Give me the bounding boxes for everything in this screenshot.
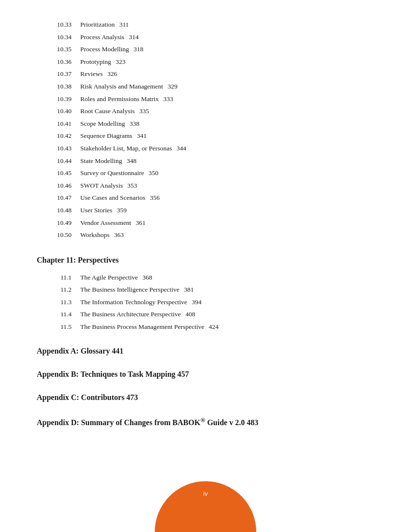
entry-page-10-35: 318 <box>132 45 144 53</box>
page-content: 10.33 Prioritization 311 10.34 Process A… <box>0 0 411 489</box>
entry-number-10-33: 10.33 <box>37 19 80 30</box>
entry-number-10-42: 10.42 <box>37 131 80 141</box>
entry-page-10-37: 326 <box>106 70 117 77</box>
entry-number-10-44: 10.44 <box>37 156 80 166</box>
entry-number-10-50: 10.50 <box>37 230 80 240</box>
entry-number-10-38: 10.38 <box>37 81 80 92</box>
entry-number-10-39: 10.39 <box>37 94 80 104</box>
entry-number-11-4: 11.4 <box>37 309 80 320</box>
toc-entry-10-44: 10.44 State Modelling 348 <box>37 156 374 166</box>
toc-entry-10-34: 10.34 Process Analysis 314 <box>37 32 374 43</box>
appendices-section: Appendix A: Glossary 441 Appendix B: Tec… <box>37 347 374 427</box>
entry-title-11-1: The Agile Perspective 368 <box>80 272 152 283</box>
entry-number-10-36: 10.36 <box>37 57 80 67</box>
entry-page-11-1: 368 <box>141 274 152 281</box>
entry-page-10-42: 341 <box>135 132 147 139</box>
entry-title-10-46: SWOT Analysis 353 <box>80 180 137 191</box>
entry-number-10-41: 10.41 <box>37 118 80 129</box>
entry-page-10-36: 323 <box>114 58 126 65</box>
entry-page-10-40: 335 <box>138 107 149 115</box>
entry-page-10-47: 356 <box>148 194 160 201</box>
toc-entry-10-47: 10.47 Use Cases and Scenarios 356 <box>37 192 374 203</box>
appendix-a-heading: Appendix A: Glossary 441 <box>37 347 374 355</box>
entry-page-10-38: 329 <box>166 83 177 90</box>
entry-page-10-33: 311 <box>117 21 129 28</box>
entry-page-10-46: 353 <box>126 182 137 189</box>
entry-page-10-44: 348 <box>125 157 137 164</box>
toc-entry-10-39: 10.39 Roles and Permissions Matrix 333 <box>37 94 374 104</box>
entry-title-10-39: Roles and Permissions Matrix 333 <box>80 94 173 104</box>
entry-number-10-48: 10.48 <box>37 205 80 216</box>
entry-title-10-42: Sequence Diagrams 341 <box>80 131 147 141</box>
toc-entry-10-50: 10.50 Workshops 363 <box>37 230 374 240</box>
entry-title-10-48: User Stories 359 <box>80 205 127 216</box>
toc-entry-10-45: 10.45 Survey or Questionnaire 350 <box>37 168 374 178</box>
entry-title-10-33: Prioritization 311 <box>80 19 129 30</box>
entry-number-10-49: 10.49 <box>37 218 80 228</box>
entry-number-10-46: 10.46 <box>37 180 80 191</box>
entry-page-11-4: 408 <box>184 310 195 318</box>
entry-page-11-3: 394 <box>190 298 202 306</box>
entry-number-10-35: 10.35 <box>37 44 80 55</box>
chapter-11-heading: Chapter 11: Perspectives <box>37 256 374 265</box>
entry-number-10-37: 10.37 <box>37 69 80 79</box>
entry-title-10-38: Risk Analysis and Management 329 <box>80 81 177 92</box>
entry-number-10-43: 10.43 <box>37 143 80 154</box>
entry-number-11-1: 11.1 <box>37 272 80 283</box>
entry-number-11-2: 11.2 <box>37 284 80 295</box>
toc-entry-10-33: 10.33 Prioritization 311 <box>37 19 374 30</box>
toc-entry-10-38: 10.38 Risk Analysis and Management 329 <box>37 81 374 92</box>
entry-title-11-2: The Business Intelligence Perspective 38… <box>80 284 194 295</box>
entry-title-10-50: Workshops 363 <box>80 230 124 240</box>
entry-title-10-44: State Modelling 348 <box>80 156 136 166</box>
toc-entry-10-36: 10.36 Prototyping 323 <box>37 57 374 67</box>
entry-page-11-2: 381 <box>182 286 194 293</box>
entry-number-11-5: 11.5 <box>37 322 80 332</box>
toc-entry-10-37: 10.37 Reviews 326 <box>37 69 374 79</box>
entry-title-11-4: The Business Architecture Perspective 40… <box>80 309 195 320</box>
toc-section-10: 10.33 Prioritization 311 10.34 Process A… <box>37 19 374 240</box>
entry-page-10-39: 333 <box>161 95 173 103</box>
entry-title-10-35: Process Modelling 318 <box>80 44 144 55</box>
entry-title-10-49: Vendor Assessment 361 <box>80 218 146 228</box>
appendix-d-heading: Appendix D: Summary of Changes from BABO… <box>37 416 374 427</box>
entry-title-10-37: Reviews 326 <box>80 69 117 79</box>
toc-entry-10-41: 10.41 Scope Modelling 338 <box>37 118 374 129</box>
toc-entry-11-4: 11.4 The Business Architecture Perspecti… <box>37 309 374 320</box>
toc-entry-11-2: 11.2 The Business Intelligence Perspecti… <box>37 284 374 295</box>
entry-page-10-45: 350 <box>147 169 159 177</box>
appendix-c-heading: Appendix C: Contributors 473 <box>37 393 374 402</box>
entry-page-10-50: 363 <box>112 231 124 238</box>
page-number: iv <box>203 490 207 497</box>
entry-title-10-43: Stakeholder List, Map, or Personas 344 <box>80 143 186 154</box>
entry-page-10-43: 344 <box>175 145 187 152</box>
entry-number-10-47: 10.47 <box>37 192 80 203</box>
entry-title-10-41: Scope Modelling 338 <box>80 118 139 129</box>
toc-entry-10-35: 10.35 Process Modelling 318 <box>37 44 374 55</box>
toc-entry-10-42: 10.42 Sequence Diagrams 341 <box>37 131 374 141</box>
entry-number-11-3: 11.3 <box>37 297 80 308</box>
toc-entries-chapter11: 11.1 The Agile Perspective 368 11.2 The … <box>37 272 374 332</box>
appendix-b-heading: Appendix B: Techniques to Task Mapping 4… <box>37 370 374 379</box>
entry-number-10-45: 10.45 <box>37 168 80 178</box>
entry-number-10-34: 10.34 <box>37 32 80 43</box>
entry-title-10-45: Survey or Questionnaire 350 <box>80 168 159 178</box>
entry-title-10-34: Process Analysis 314 <box>80 32 139 43</box>
entry-title-10-47: Use Cases and Scenarios 356 <box>80 192 160 203</box>
toc-entry-11-1: 11.1 The Agile Perspective 368 <box>37 272 374 283</box>
entry-page-10-48: 359 <box>115 207 127 214</box>
toc-entry-10-49: 10.49 Vendor Assessment 361 <box>37 218 374 228</box>
entry-page-10-49: 361 <box>134 219 146 226</box>
entry-title-10-40: Root Cause Analysis 335 <box>80 106 149 117</box>
entry-title-10-36: Prototyping 323 <box>80 57 125 67</box>
entry-page-10-41: 338 <box>128 120 140 127</box>
toc-entry-10-48: 10.48 User Stories 359 <box>37 205 374 216</box>
toc-entry-10-46: 10.46 SWOT Analysis 353 <box>37 180 374 191</box>
toc-entry-11-3: 11.3 The Information Technology Perspect… <box>37 297 374 308</box>
toc-entry-10-43: 10.43 Stakeholder List, Map, or Personas… <box>37 143 374 154</box>
entry-number-10-40: 10.40 <box>37 106 80 117</box>
entry-page-10-34: 314 <box>127 33 139 41</box>
toc-entry-10-40: 10.40 Root Cause Analysis 335 <box>37 106 374 117</box>
toc-entry-11-5: 11.5 The Business Process Management Per… <box>37 322 374 332</box>
entry-title-11-5: The Business Process Management Perspect… <box>80 322 219 332</box>
